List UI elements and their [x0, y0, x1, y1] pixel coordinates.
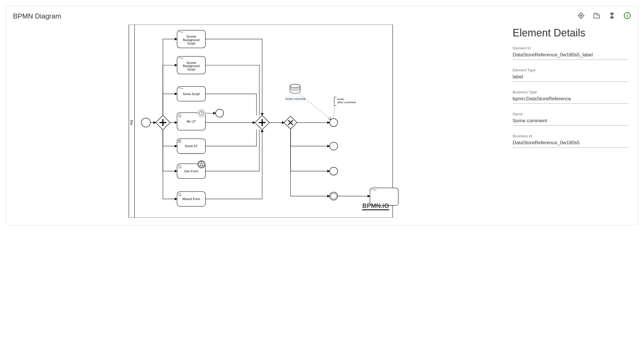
field-value[interactable]: Some comment [513, 118, 629, 126]
toolbar [577, 12, 631, 21]
svg-text:Some ST: Some ST [185, 144, 198, 148]
task-some-script[interactable]: Some Script [177, 86, 205, 101]
field-value[interactable]: DataStoreReference_0w180s5_label [513, 52, 629, 60]
element-details-panel: Element Details Element Id DataStoreRefe… [513, 25, 631, 218]
page-title: BPMN Diagram [13, 12, 61, 20]
header-row: BPMN Diagram [13, 12, 631, 21]
start-event[interactable] [141, 118, 150, 127]
details-title: Element Details [513, 27, 629, 39]
field-element-id: Element Id DataStoreReference_0w180s5_la… [513, 46, 629, 60]
svg-text:BPMN.iO: BPMN.iO [362, 202, 389, 209]
svg-text:My UT: My UT [187, 120, 196, 123]
lane-label: dog [129, 120, 133, 125]
end-event-2[interactable] [330, 142, 338, 150]
task-scome-bg-1[interactable]: ScomeBackgroundScript [177, 30, 205, 48]
field-name: Name Some comment [513, 112, 629, 126]
bpmn-canvas[interactable]: dog ScomeBackgroundScript [13, 25, 506, 218]
field-value[interactable]: DataStoreReference_0w180s5 [513, 140, 629, 148]
task-some-st[interactable]: Some ST [177, 139, 205, 154]
svg-text:Gen Form: Gen Form [184, 169, 198, 173]
field-label: Business Type [513, 90, 629, 94]
svg-text:Some Script: Some Script [183, 92, 200, 96]
svg-point-49 [290, 84, 300, 88]
field-business-id: Business Id DataStoreReference_0w180s5 [513, 134, 629, 148]
add-shape-icon[interactable] [593, 12, 600, 21]
field-label: Business Id [513, 134, 629, 138]
field-element-type: Element Type label [513, 68, 629, 82]
bpmn-svg: dog ScomeBackgroundScript [13, 25, 506, 218]
content-area: dog ScomeBackgroundScript [13, 25, 631, 218]
end-event-4[interactable] [330, 192, 338, 200]
data-store[interactable] [290, 84, 300, 93]
svg-point-1 [580, 15, 582, 16]
signal-boundary-event[interactable] [198, 161, 205, 168]
field-value[interactable]: bpmn:DataStoreReference [513, 96, 629, 104]
timer-boundary-event[interactable] [198, 109, 206, 117]
svg-point-8 [627, 14, 628, 15]
end-event-3[interactable] [330, 167, 338, 175]
field-business-type: Business Type bpmn:DataStoreReference [513, 90, 629, 104]
bpmn-diagram-card: BPMN Diagram [6, 6, 638, 226]
field-label: Name [513, 112, 629, 116]
timer-end-event[interactable] [216, 109, 224, 117]
hourglass-icon[interactable] [608, 12, 615, 21]
crosshair-icon[interactable] [577, 12, 585, 21]
bpmn-io-watermark: BPMN.iO [362, 202, 389, 210]
task-scome-bg-2[interactable]: ScomeBackgroundScript [177, 56, 205, 74]
svg-rect-9 [627, 15, 628, 17]
svg-text:Wizard Form: Wizard Form [182, 197, 200, 201]
end-event-1[interactable] [330, 119, 338, 127]
field-value[interactable]: label [513, 74, 629, 82]
datastore-label: Some comment [285, 97, 305, 100]
svg-line-6 [595, 12, 599, 16]
task-wizard-form[interactable]: Wizard Form [177, 192, 205, 206]
info-icon[interactable] [623, 12, 631, 21]
field-label: Element Id [513, 46, 629, 50]
svg-point-46 [331, 193, 337, 199]
field-label: Element Type [513, 68, 629, 72]
